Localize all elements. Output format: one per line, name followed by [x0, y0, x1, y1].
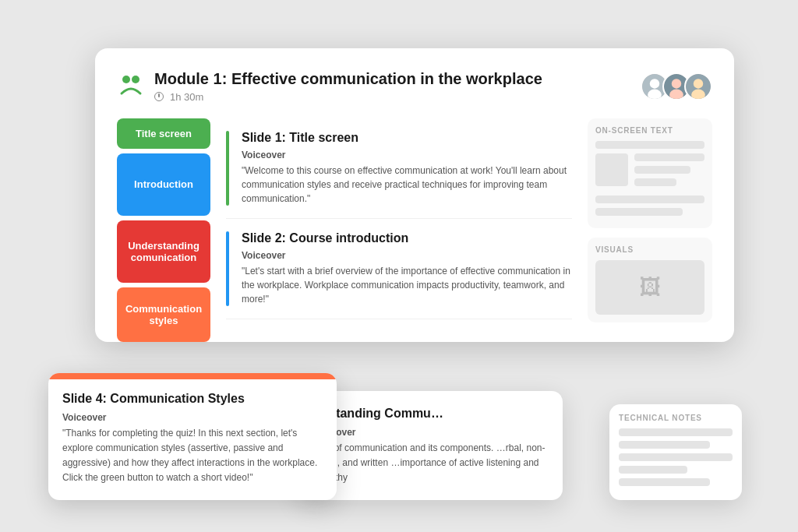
sidebar-item-introduction[interactable]: Introduction — [117, 153, 210, 216]
overlay-title: …rstanding Commu… — [312, 407, 549, 421]
svg-point-6 — [672, 79, 681, 88]
image-icon: 🖼 — [639, 274, 661, 300]
technical-notes-panel: TECHNICAL NOTES — [609, 404, 742, 500]
technical-notes-label: TECHNICAL NOTES — [619, 414, 733, 422]
module-info: Module 1: Effective communication in the… — [154, 70, 542, 103]
svg-point-3 — [650, 79, 659, 88]
image-placeholder: 🖼 — [595, 260, 704, 315]
tech-placeholder-4 — [619, 466, 687, 474]
tech-placeholder-3 — [619, 453, 733, 461]
placeholder-1 — [595, 141, 704, 149]
slide-content-1: Slide 1: Title screen Voiceover "Welcome… — [242, 131, 572, 206]
body-layout: Title screen Introduction Understanding … — [117, 118, 712, 342]
slide-2-title: Slide 2: Course introduction — [242, 231, 572, 245]
avatar-group — [641, 72, 712, 100]
tech-placeholder-2 — [619, 441, 710, 449]
svg-point-1 — [132, 76, 139, 83]
slide-1-voiceover-label: Voiceover — [242, 150, 572, 160]
right-panels: ON-SCREEN TEXT VISUALS — [588, 118, 712, 342]
slide-2-voiceover-text: "Let's start with a brief overview of th… — [242, 264, 572, 306]
slide-indicator-2 — [226, 231, 229, 306]
module-header: Module 1: Effective communication in the… — [117, 70, 712, 103]
placeholder-5 — [595, 196, 704, 203]
sidebar-item-title-screen[interactable]: Title screen — [117, 118, 210, 149]
content-area: Slide 1: Title screen Voiceover "Welcome… — [226, 118, 572, 342]
tooltip-accent — [48, 373, 337, 379]
tooltip-card: Slide 4: Communication Styles Voiceover … — [48, 373, 337, 500]
tooltip-body: Slide 4: Communication Styles Voiceover … — [48, 379, 337, 500]
clock-icon — [154, 92, 164, 101]
slide-1-title: Slide 1: Title screen — [242, 131, 572, 145]
overlay-card: …rstanding Commu… Voiceover …on of commu… — [298, 391, 563, 500]
module-duration: 1h 30m — [154, 91, 542, 103]
slide-content-2: Slide 2: Course introduction Voiceover "… — [242, 231, 572, 306]
overlay-card-inner: …rstanding Commu… Voiceover …on of commu… — [298, 391, 563, 500]
main-card: Module 1: Effective communication in the… — [95, 48, 734, 342]
svg-point-9 — [694, 79, 703, 88]
articulate-logo-icon — [117, 72, 145, 100]
placeholder-6 — [595, 208, 683, 216]
header-left: Module 1: Effective communication in the… — [117, 70, 542, 103]
on-screen-text-panel: ON-SCREEN TEXT — [588, 118, 712, 228]
on-screen-text-label: ON-SCREEN TEXT — [595, 126, 704, 135]
visuals-panel: VISUALS 🖼 — [588, 238, 712, 322]
slide-1-voiceover-text: "Welcome to this course on effective com… — [242, 164, 572, 206]
avatar-3 — [684, 72, 712, 100]
tooltip-title: Slide 4: Communication Styles — [62, 392, 323, 406]
svg-point-0 — [122, 76, 130, 83]
placeholder-4 — [634, 178, 676, 186]
placeholder-2 — [634, 153, 704, 161]
slide-row-2: Slide 2: Course introduction Voiceover "… — [226, 219, 572, 319]
sidebar-item-understanding[interactable]: Understanding comunication — [117, 220, 210, 283]
visuals-label: VISUALS — [595, 245, 704, 254]
slide-indicator-1 — [226, 131, 229, 206]
tech-placeholder-1 — [619, 428, 733, 436]
sidebar-item-communication-styles[interactable]: Communication styles — [117, 287, 210, 342]
text-thumb — [595, 153, 628, 186]
tooltip-voiceover-label: Voiceover — [62, 412, 323, 423]
overlay-text: …on of communication and its components.… — [312, 441, 549, 486]
slide-row-1: Slide 1: Title screen Voiceover "Welcome… — [226, 118, 572, 219]
tooltip-text: "Thanks for completing the quiz! In this… — [62, 426, 323, 486]
placeholder-3 — [634, 166, 690, 174]
module-title: Module 1: Effective communication in the… — [154, 70, 542, 88]
slide-2-voiceover-label: Voiceover — [242, 250, 572, 261]
sidebar: Title screen Introduction Understanding … — [117, 118, 210, 342]
tech-placeholder-5 — [619, 478, 710, 486]
overlay-voiceover-label: Voiceover — [312, 427, 549, 438]
